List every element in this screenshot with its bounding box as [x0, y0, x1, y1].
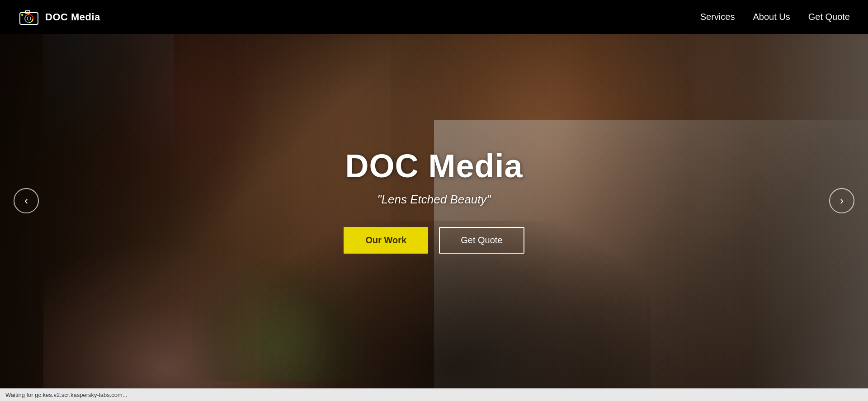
- our-work-button[interactable]: Our Work: [344, 227, 428, 254]
- hero-slider: ‹ DOC Media "Lens Etched Beauty" Our Wor…: [0, 0, 868, 401]
- nav-link-services[interactable]: Services: [700, 12, 735, 22]
- slider-prev-button[interactable]: ‹: [14, 188, 39, 213]
- nav-links: Services About Us Get Quote: [700, 12, 850, 22]
- chevron-left-icon: ‹: [24, 194, 28, 207]
- hero-title: DOC Media: [345, 147, 523, 184]
- hero-subtitle: "Lens Etched Beauty": [377, 193, 491, 207]
- chevron-right-icon: ›: [840, 194, 844, 207]
- svg-point-2: [27, 17, 31, 20]
- get-quote-button[interactable]: Get Quote: [439, 227, 524, 254]
- brand-name: DOC Media: [45, 11, 100, 23]
- navbar: DOC Media Services About Us Get Quote: [0, 0, 868, 34]
- status-text: Waiting for gc.kes.v2.scr.kaspersky-labs…: [5, 392, 127, 398]
- hero-content: DOC Media "Lens Etched Beauty" Our Work …: [0, 0, 868, 401]
- slider-next-button[interactable]: ›: [829, 188, 854, 213]
- svg-rect-3: [25, 11, 30, 13]
- nav-link-about[interactable]: About Us: [753, 12, 790, 22]
- nav-link-get-quote[interactable]: Get Quote: [808, 12, 850, 22]
- logo-icon: [18, 6, 40, 28]
- hero-buttons: Our Work Get Quote: [344, 227, 524, 254]
- status-bar: Waiting for gc.kes.v2.scr.kaspersky-labs…: [0, 388, 868, 401]
- svg-point-4: [21, 14, 23, 16]
- nav-brand: DOC Media: [18, 6, 100, 28]
